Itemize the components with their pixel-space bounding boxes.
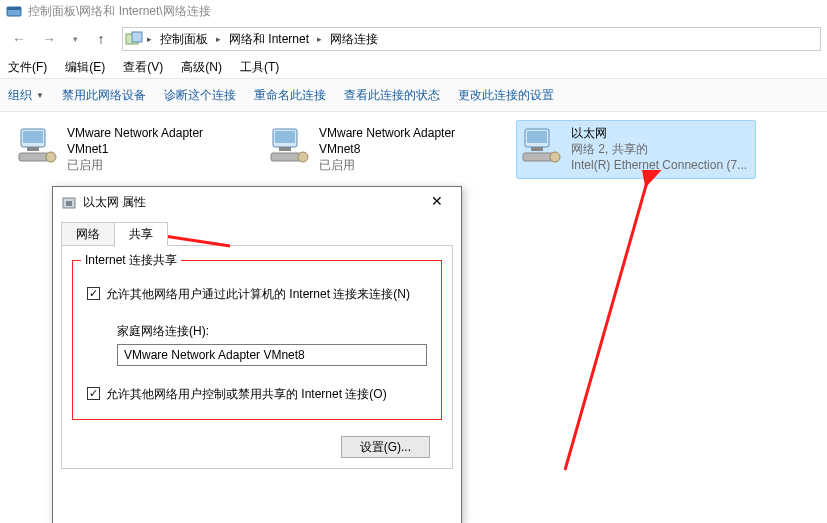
tab-network[interactable]: 网络 [61,222,115,246]
svg-rect-20 [66,201,72,206]
toolbar-change-settings[interactable]: 更改此连接的设置 [458,87,554,104]
home-network-value: VMware Network Adapter VMnet8 [124,348,305,362]
checkbox-allow-connect[interactable]: ✓ [87,287,100,300]
adapter-item-vmnet8[interactable]: VMware Network Adapter VMnet8 已启用 [264,120,504,179]
section-title: Internet 连接共享 [81,252,181,269]
dialog-title-text: 以太网 属性 [83,194,146,211]
network-adapter-icon [521,125,563,165]
toolbar-disable-device[interactable]: 禁用此网络设备 [62,87,146,104]
svg-rect-7 [19,153,49,161]
toolbar-diagnose[interactable]: 诊断这个连接 [164,87,236,104]
network-adapter-icon [269,125,311,165]
chevron-right-icon: ▸ [315,34,324,44]
toolbar-view-status[interactable]: 查看此连接的状态 [344,87,440,104]
svg-rect-11 [279,147,291,151]
svg-rect-6 [27,147,39,151]
network-window-icon [6,3,22,19]
address-bar[interactable]: ▸ 控制面板 ▸ 网络和 Internet ▸ 网络连接 [122,27,821,51]
chevron-right-icon: ▸ [214,34,223,44]
dialog-titlebar[interactable]: 以太网 属性 ✕ [53,187,461,217]
menu-view[interactable]: 查看(V) [123,59,163,76]
menu-file[interactable]: 文件(F) [8,59,47,76]
toolbar-rename[interactable]: 重命名此连接 [254,87,326,104]
window-title-text: 控制面板\网络和 Internet\网络连接 [28,3,211,20]
tab-sharing[interactable]: 共享 [114,222,168,246]
svg-point-8 [46,152,56,162]
checkbox-allow-connect-label: 允许其他网络用户通过此计算机的 Internet 连接来连接(N) [106,286,410,303]
svg-point-18 [550,152,560,162]
dialog-close-button[interactable]: ✕ [417,189,457,213]
settings-button[interactable]: 设置(G)... [341,436,430,458]
menu-advanced[interactable]: 高级(N) [181,59,222,76]
nav-history-dropdown[interactable]: ▾ [66,26,84,52]
svg-point-13 [298,152,308,162]
checkbox-allow-control[interactable]: ✓ [87,387,100,400]
svg-rect-12 [271,153,301,161]
annotation-highlight-box: Internet 连接共享 ✓ 允许其他网络用户通过此计算机的 Internet… [72,260,442,420]
adapter-item-vmnet1[interactable]: VMware Network Adapter VMnet1 已启用 [12,120,252,179]
checkbox-allow-control-label: 允许其他网络用户控制或禁用共享的 Internet 连接(O) [106,386,387,403]
home-network-label: 家庭网络连接(H): [117,323,427,340]
command-bar: 组织 ▼ 禁用此网络设备 诊断这个连接 重命名此连接 查看此连接的状态 更改此连… [0,78,827,112]
svg-rect-15 [527,131,547,143]
dialog-tabs: 网络 共享 [53,221,461,245]
window-titlebar: 控制面板\网络和 Internet\网络连接 [0,0,827,22]
chevron-down-icon: ▼ [36,91,44,100]
nav-back-button[interactable]: ← [6,26,32,52]
annotation-arrow-to-adapter [545,170,675,480]
nav-forward-button[interactable]: → [36,26,62,52]
adapter-name: 以太网 [571,125,747,141]
svg-rect-16 [531,147,543,151]
home-network-select[interactable]: VMware Network Adapter VMnet8 [117,344,427,366]
adapter-name: VMware Network Adapter VMnet1 [67,125,247,157]
adapter-status: 已启用 [67,157,247,173]
chevron-right-icon: ▸ [145,34,154,44]
breadcrumb-network-connections[interactable]: 网络连接 [326,29,382,50]
adapter-device: Intel(R) Ethernet Connection (7... [571,157,747,173]
adapter-list: VMware Network Adapter VMnet1 已启用 VMware… [0,112,827,187]
svg-rect-17 [523,153,553,161]
toolbar-organize-label: 组织 [8,87,32,104]
svg-rect-5 [23,131,43,143]
controlpanel-icon [125,31,143,47]
properties-dialog: 以太网 属性 ✕ 网络 共享 Internet 连接共享 ✓ 允许其他网络用户通… [52,186,462,523]
svg-rect-1 [7,7,21,10]
network-adapter-icon [17,125,59,165]
menu-bar: 文件(F) 编辑(E) 查看(V) 高级(N) 工具(T) [0,56,827,78]
menu-edit[interactable]: 编辑(E) [65,59,105,76]
adapter-subtitle: 网络 2, 共享的 [571,141,747,157]
svg-rect-10 [275,131,295,143]
adapter-name: VMware Network Adapter VMnet8 [319,125,499,157]
navigation-row: ← → ▾ ↑ ▸ 控制面板 ▸ 网络和 Internet ▸ 网络连接 [0,22,827,56]
breadcrumb-controlpanel[interactable]: 控制面板 [156,29,212,50]
svg-rect-3 [132,32,142,42]
adapter-item-ethernet[interactable]: 以太网 网络 2, 共享的 Intel(R) Ethernet Connecti… [516,120,756,179]
tab-panel-sharing: Internet 连接共享 ✓ 允许其他网络用户通过此计算机的 Internet… [61,245,453,469]
breadcrumb-network-internet[interactable]: 网络和 Internet [225,29,313,50]
menu-tools[interactable]: 工具(T) [240,59,279,76]
adapter-status: 已启用 [319,157,499,173]
svg-line-22 [565,182,647,470]
nav-up-button[interactable]: ↑ [88,26,114,52]
ethernet-icon [61,194,77,210]
toolbar-organize[interactable]: 组织 ▼ [8,87,44,104]
